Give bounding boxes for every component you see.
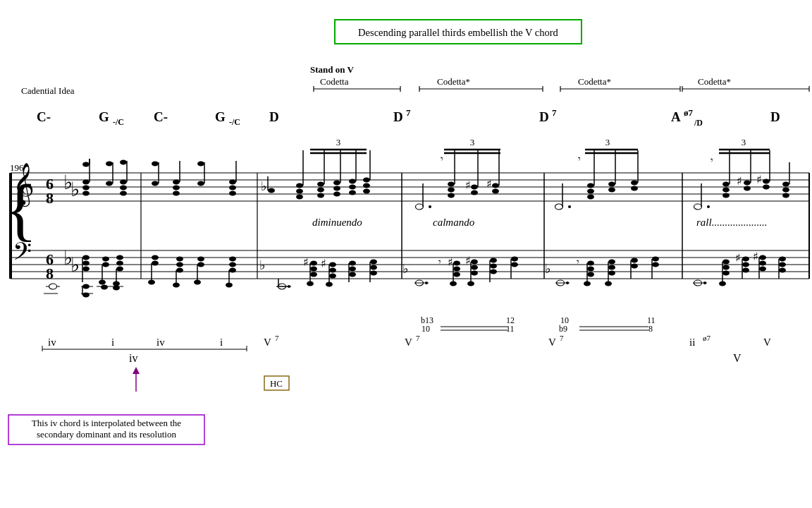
svg-point-277 xyxy=(584,282,591,286)
svg-text:D: D xyxy=(770,109,780,124)
svg-text:♯: ♯ xyxy=(321,258,326,270)
svg-point-73 xyxy=(106,162,113,167)
svg-point-138 xyxy=(555,204,563,210)
svg-text:G: G xyxy=(215,109,226,124)
svg-point-187 xyxy=(102,257,109,262)
svg-point-86 xyxy=(197,181,204,186)
svg-text:♯: ♯ xyxy=(756,174,762,186)
svg-point-71 xyxy=(106,181,113,186)
svg-text:♭: ♭ xyxy=(70,254,80,276)
svg-point-237 xyxy=(349,272,356,277)
svg-text:-/C: -/C xyxy=(113,117,124,127)
svg-text:iv: iv xyxy=(156,337,165,348)
svg-point-208 xyxy=(173,283,180,288)
svg-text:♯: ♯ xyxy=(735,252,741,264)
svg-text:♯: ♯ xyxy=(465,255,471,267)
svg-point-303 xyxy=(759,255,766,260)
svg-text:Codetta*: Codetta* xyxy=(578,76,611,87)
svg-text:196: 196 xyxy=(10,162,24,173)
svg-point-162 xyxy=(722,182,730,187)
svg-point-104 xyxy=(317,188,324,193)
svg-point-293 xyxy=(722,265,730,270)
svg-point-69 xyxy=(82,162,90,167)
svg-point-84 xyxy=(173,191,180,196)
svg-point-308 xyxy=(779,262,786,267)
svg-point-260 xyxy=(467,282,474,286)
svg-point-66 xyxy=(82,186,90,190)
svg-point-240 xyxy=(370,265,377,270)
svg-point-112 xyxy=(349,185,356,190)
svg-point-231 xyxy=(329,268,336,273)
svg-point-217 xyxy=(226,283,233,288)
svg-point-296 xyxy=(719,282,726,286)
svg-text:7: 7 xyxy=(416,334,420,342)
svg-text:b9: b9 xyxy=(559,324,567,334)
svg-text:C-: C- xyxy=(154,109,168,124)
svg-point-74 xyxy=(120,180,127,185)
svg-point-252 xyxy=(453,272,460,277)
svg-point-204 xyxy=(176,257,183,262)
svg-text:i: i xyxy=(220,337,223,348)
svg-point-210 xyxy=(197,262,204,267)
svg-text:D: D xyxy=(539,109,549,124)
svg-point-239 xyxy=(370,260,377,265)
svg-point-128 xyxy=(448,193,455,198)
svg-point-230 xyxy=(329,262,336,267)
svg-point-241 xyxy=(370,271,377,276)
svg-text:7: 7 xyxy=(406,107,411,118)
svg-point-99 xyxy=(296,183,303,188)
svg-point-261 xyxy=(490,258,497,263)
svg-text:i: i xyxy=(111,337,114,348)
svg-text:11: 11 xyxy=(506,324,515,334)
svg-point-236 xyxy=(349,267,356,272)
svg-rect-354 xyxy=(9,173,12,279)
svg-point-103 xyxy=(317,182,324,187)
svg-point-178 xyxy=(82,255,90,260)
svg-point-215 xyxy=(229,268,236,273)
svg-point-305 xyxy=(759,267,766,272)
svg-point-147 xyxy=(587,195,594,200)
svg-point-287 xyxy=(652,262,659,267)
svg-text:♯: ♯ xyxy=(737,175,742,187)
svg-text:Codetta*: Codetta* xyxy=(698,76,731,87)
svg-point-226 xyxy=(310,272,317,277)
svg-point-203 xyxy=(148,280,155,285)
svg-point-228 xyxy=(307,282,314,286)
svg-point-224 xyxy=(310,261,317,266)
svg-point-209 xyxy=(197,257,204,262)
svg-text:D: D xyxy=(393,109,403,124)
svg-point-155 xyxy=(694,204,702,210)
svg-point-214 xyxy=(229,262,236,267)
svg-text:ii: ii xyxy=(689,337,695,348)
svg-text:♭: ♭ xyxy=(402,262,408,276)
svg-point-298 xyxy=(742,257,749,262)
svg-text:A: A xyxy=(671,109,681,124)
svg-point-136 xyxy=(492,189,499,194)
svg-text:♭: ♭ xyxy=(545,262,550,276)
svg-point-225 xyxy=(310,267,317,272)
svg-text:-/C: -/C xyxy=(229,117,240,127)
svg-point-145 xyxy=(587,183,594,188)
svg-text:♭: ♭ xyxy=(261,179,266,193)
main-container: Descending parallel thirds embellish the… xyxy=(0,0,812,508)
svg-point-149 xyxy=(608,182,615,187)
svg-point-108 xyxy=(333,186,340,191)
svg-point-88 xyxy=(197,162,204,167)
svg-text:C-: C- xyxy=(37,109,51,124)
svg-point-89 xyxy=(229,180,236,185)
svg-point-201 xyxy=(152,261,159,266)
svg-text:7: 7 xyxy=(560,334,564,342)
svg-point-90 xyxy=(229,186,236,190)
svg-point-146 xyxy=(587,189,594,194)
svg-text:8: 8 xyxy=(648,324,653,334)
svg-text:8: 8 xyxy=(46,189,54,207)
svg-point-194 xyxy=(116,261,123,266)
svg-point-199 xyxy=(113,286,120,291)
svg-text:10: 10 xyxy=(422,324,430,334)
svg-point-275 xyxy=(587,272,594,277)
svg-point-121 xyxy=(429,205,431,208)
svg-point-126 xyxy=(448,182,455,187)
svg-point-294 xyxy=(722,271,730,276)
svg-text:8: 8 xyxy=(46,265,54,282)
svg-point-257 xyxy=(471,265,478,270)
